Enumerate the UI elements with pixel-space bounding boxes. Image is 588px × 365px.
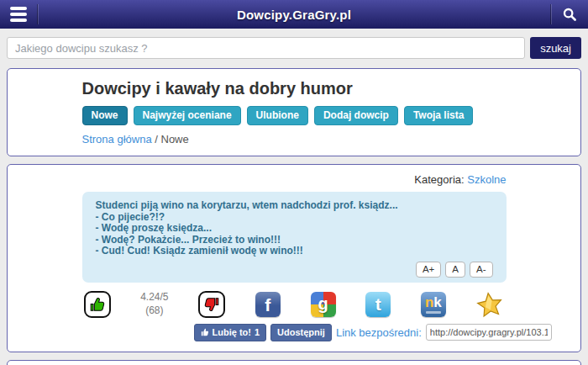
nk-caption-bar [426,311,441,314]
search-input[interactable] [7,37,525,59]
facebook-share-button[interactable]: Udostępnij [270,324,332,341]
vote-up-button[interactable] [84,291,111,318]
share-label: Udostępnij [277,327,325,337]
font-normal-button[interactable]: A [445,262,465,278]
breadcrumb: Strona główna / Nowe [82,133,507,145]
category-line: Kategoria: Szkolne [82,172,507,186]
breadcrumb-separator: / [155,133,158,145]
top-bar: Dowcipy.GraGry.pl [0,0,588,29]
rating-score: 4.24/5 [140,291,168,304]
joke-line: - Co pijecie?!? [96,212,493,224]
favorite-star-button[interactable] [475,290,504,319]
font-decrease-button[interactable]: A- [470,262,493,278]
direct-link-label: Link bezpośredni: [336,326,422,339]
thumbs-down-icon [202,295,221,314]
breadcrumb-home-link[interactable]: Strona główna [82,133,152,145]
menu-button[interactable] [0,0,37,29]
nav-button-najwyzej-oceniane[interactable]: Najwyżej oceniane [134,106,241,125]
like-count: 1 [255,327,260,337]
joke-line: - Cud! Cud! Ksiądz zamienił wodę w wino!… [96,246,493,257]
category-link-szkolne[interactable]: Szkolne [467,173,506,186]
direct-link-input[interactable] [426,324,552,341]
rating-votes: (68) [140,304,168,318]
font-size-controls: A+ A A- [96,262,493,278]
twitter-letter: t [375,294,381,315]
facebook-icon[interactable]: f [255,292,281,317]
star-icon [475,288,505,319]
joke-line: - Wodę? Pokażcie... Przecież to wino!!! [96,235,493,246]
font-increase-button[interactable]: A+ [416,262,441,278]
like-label: Lubię to! [213,327,251,337]
nk-icon[interactable]: nk [421,292,446,317]
nav-button-twoja-lista[interactable]: Twoja lista [404,106,473,125]
hamburger-icon [10,7,27,22]
joke-card-1: Kategoria: Szkolne Studenci piją wino na… [7,164,581,352]
magnifier-icon [562,7,577,22]
rating-display: 4.24/5 (68) [140,291,168,317]
vote-down-button[interactable] [198,291,225,318]
joke-line: - Wodę proszę księdza... [96,223,493,235]
share-row: Lubię to! 1 Udostępnij Link bezpośredni: [82,324,507,341]
thumbs-up-icon [88,295,107,314]
page-title: Dowcipy i kawały na dobry humor [82,79,507,98]
search-button[interactable]: szukaj [530,37,581,59]
nav-button-ulubione[interactable]: Ulubione [247,106,308,125]
header-card: Dowcipy i kawały na dobry humor Nowe Naj… [7,68,581,156]
category-nav: Nowe Najwyżej oceniane Ulubione Dodaj do… [82,106,507,125]
like-thumb-icon [201,328,209,336]
joke-card-2: Kategoria: Mąż i żona Pewnego wieczoru l… [7,360,581,365]
google-icon[interactable]: g [311,292,336,317]
search-bar: szukaj [0,29,588,68]
social-row: 4.24/5 (68) f g t [82,290,507,319]
facebook-like-button[interactable]: Lubię to! 1 [194,324,267,341]
category-label: Kategoria: [414,173,464,186]
joke-text-box: Studenci piją wino na korytarzu, wtem na… [82,192,507,283]
breadcrumb-current: Nowe [161,133,189,145]
nav-button-dodaj-dowcip[interactable]: Dodaj dowcip [314,106,398,125]
search-toggle-button[interactable] [551,0,588,29]
joke-line: Studenci piją wino na korytarzu, wtem na… [96,200,493,212]
nav-button-nowe[interactable]: Nowe [82,106,128,125]
nk-letters: nk [425,295,442,309]
twitter-icon[interactable]: t [365,292,391,317]
google-letter: g [318,294,328,314]
site-title: Dowcipy.GraGry.pl [38,0,550,29]
facebook-letter: f [265,295,270,315]
